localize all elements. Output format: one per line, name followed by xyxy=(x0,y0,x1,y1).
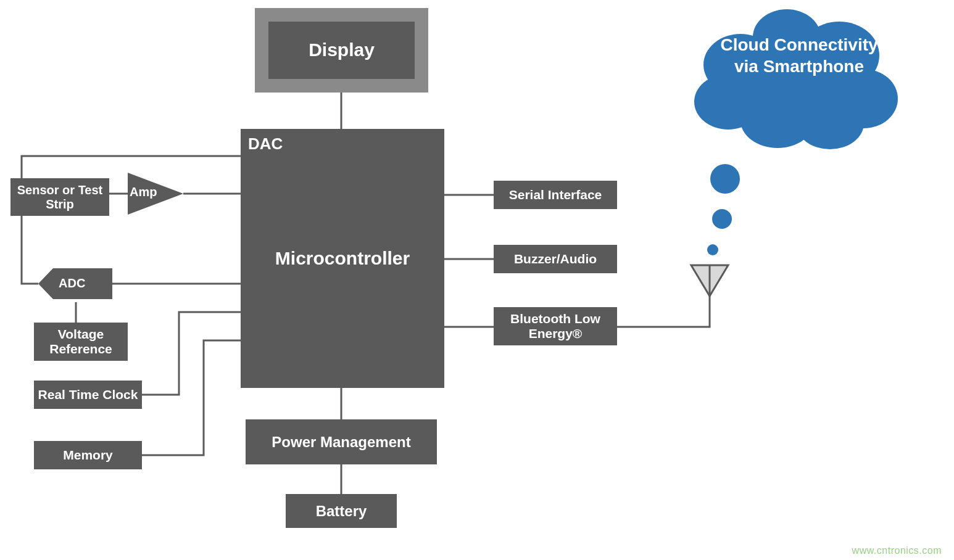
battery-block: Battery xyxy=(286,494,397,528)
rtc-label: Real Time Clock xyxy=(38,387,138,402)
microcontroller-block: DAC Microcontroller xyxy=(241,129,444,388)
display-block: Display xyxy=(268,22,415,79)
adc-block: ADC xyxy=(59,276,85,290)
serial-interface-label: Serial Interface xyxy=(509,187,602,202)
serial-interface-block: Serial Interface xyxy=(494,181,617,209)
memory-label: Memory xyxy=(63,448,113,463)
power-management-block: Power Management xyxy=(246,419,437,464)
cloud-block: Cloud Connectivity via Smartphone xyxy=(710,34,889,77)
rtc-block: Real Time Clock xyxy=(34,381,142,409)
display-label: Display xyxy=(309,39,375,61)
buzzer-label: Buzzer/Audio xyxy=(514,252,597,266)
ble-block: Bluetooth Low Energy® xyxy=(494,307,617,345)
dac-label: DAC xyxy=(248,135,283,154)
memory-block: Memory xyxy=(34,441,142,469)
ble-label: Bluetooth Low Energy® xyxy=(497,311,613,341)
voltage-reference-block: Voltage Reference xyxy=(34,323,128,361)
adc-label: ADC xyxy=(59,276,85,290)
svg-point-22 xyxy=(710,164,740,194)
sensor-block: Sensor or Test Strip xyxy=(10,178,109,216)
diagram-wires xyxy=(0,0,954,560)
buzzer-block: Buzzer/Audio xyxy=(494,245,617,273)
battery-label: Battery xyxy=(316,503,367,520)
microcontroller-label: Microcontroller xyxy=(275,248,410,270)
svg-point-24 xyxy=(707,244,718,255)
sensor-label: Sensor or Test Strip xyxy=(14,183,106,212)
amp-block: Amp xyxy=(130,185,167,199)
amp-label: Amp xyxy=(130,185,157,199)
voltage-reference-label: Voltage Reference xyxy=(38,327,124,356)
display-frame: Display xyxy=(255,8,428,93)
power-management-label: Power Management xyxy=(272,434,410,451)
cloud-label: Cloud Connectivity via Smartphone xyxy=(720,35,877,76)
svg-point-23 xyxy=(712,209,732,229)
